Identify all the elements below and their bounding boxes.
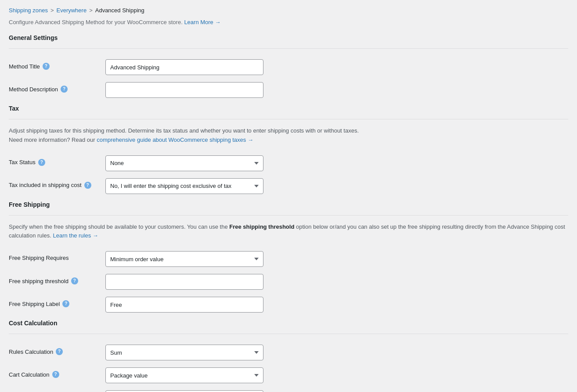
rules-calculation-field-cell: Sum Average Minimum Maximum xyxy=(105,345,568,360)
cart-calculation-row: Cart Calculation ? Package value Cart va… xyxy=(9,364,568,387)
free-shipping-threshold-field-cell xyxy=(105,274,568,290)
page-wrapper: Shipping zones > Everywhere > Advanced S… xyxy=(0,0,577,392)
free-shipping-threshold-label-cell: Free shipping threshold ? xyxy=(9,274,105,284)
maximum-cost-input[interactable] xyxy=(105,390,263,392)
cart-calculation-help-icon[interactable]: ? xyxy=(52,371,59,378)
page-subtitle: Configure Advanced Shipping Method for y… xyxy=(9,19,568,25)
tax-status-help-icon[interactable]: ? xyxy=(38,159,45,166)
general-settings-title: General Settings xyxy=(9,34,568,41)
tax-desc-line2: Need more information? Read our xyxy=(9,137,95,143)
rules-calculation-help-icon[interactable]: ? xyxy=(56,348,63,355)
breadcrumb: Shipping zones > Everywhere > Advanced S… xyxy=(9,7,568,14)
maximum-cost-label-cell: Maximum Cost ? xyxy=(9,390,105,392)
free-shipping-label-label: Free Shipping Label xyxy=(9,301,60,307)
rules-calculation-row: Rules Calculation ? Sum Average Minimum … xyxy=(9,341,568,364)
tax-description: Adjust shipping taxes for this shipping … xyxy=(9,126,568,145)
free-shipping-label-label-cell: Free Shipping Label ? xyxy=(9,297,105,307)
rules-calculation-select[interactable]: Sum Average Minimum Maximum xyxy=(105,345,263,360)
breadcrumb-shipping-zones-link[interactable]: Shipping zones xyxy=(9,7,48,14)
cost-calculation-title: Cost Calculation xyxy=(9,320,568,327)
breadcrumb-separator-1: > xyxy=(50,7,54,14)
rules-calculation-label: Rules Calculation xyxy=(9,349,53,355)
method-description-field-cell xyxy=(105,82,568,98)
method-description-help-icon[interactable]: ? xyxy=(61,86,68,93)
tax-included-label: Tax included in shipping cost xyxy=(9,182,82,188)
free-shipping-threshold-label: Free shipping threshold xyxy=(9,278,69,284)
free-shipping-label-row: Free Shipping Label ? xyxy=(9,293,568,316)
rules-calculation-label-cell: Rules Calculation ? xyxy=(9,345,105,355)
tax-included-help-icon[interactable]: ? xyxy=(84,182,91,189)
breadcrumb-separator-2: > xyxy=(89,7,93,14)
cost-calculation-section: Cost Calculation Rules Calculation ? Sum… xyxy=(9,320,568,392)
method-description-row: Method Description ? xyxy=(9,79,568,101)
free-shipping-rules-link[interactable]: Learn the rules → xyxy=(53,232,98,239)
free-shipping-desc-bold: Free shipping threshold xyxy=(229,223,294,230)
maximum-cost-field-cell xyxy=(105,390,568,392)
free-shipping-desc-text1: Specify when the free shipping should be… xyxy=(9,223,228,230)
method-title-help-icon[interactable]: ? xyxy=(43,63,50,70)
free-shipping-requires-label: Free Shipping Requires xyxy=(9,255,69,261)
free-shipping-requires-select[interactable]: Minimum order value Coupon Minimum order… xyxy=(105,251,263,267)
tax-included-label-cell: Tax included in shipping cost ? xyxy=(9,178,105,189)
cart-calculation-field-cell: Package value Cart value xyxy=(105,367,568,383)
tax-section-title: Tax xyxy=(9,105,568,112)
tax-status-field-cell: None Taxable Not Taxable xyxy=(105,155,568,171)
free-shipping-label-field-cell xyxy=(105,297,568,313)
method-title-row: Method Title ? xyxy=(9,56,568,79)
free-shipping-threshold-row: Free shipping threshold ? xyxy=(9,270,568,293)
cost-calculation-divider xyxy=(9,334,568,334)
method-description-label-cell: Method Description ? xyxy=(9,82,105,93)
method-title-label: Method Title xyxy=(9,63,40,70)
free-shipping-label-input[interactable] xyxy=(105,297,263,313)
breadcrumb-current: Advanced Shipping xyxy=(95,7,144,14)
method-description-label: Method Description xyxy=(9,86,58,93)
cart-calculation-label: Cart Calculation xyxy=(9,371,50,378)
free-shipping-requires-row: Free Shipping Requires Minimum order val… xyxy=(9,248,568,270)
free-shipping-label-help-icon[interactable]: ? xyxy=(62,300,69,307)
free-shipping-threshold-input[interactable] xyxy=(105,274,263,290)
cart-calculation-label-cell: Cart Calculation ? xyxy=(9,367,105,378)
tax-included-select[interactable]: No, I will enter the shipping cost exclu… xyxy=(105,178,263,194)
tax-section: Tax Adjust shipping taxes for this shipp… xyxy=(9,105,568,198)
tax-included-field-cell: No, I will enter the shipping cost exclu… xyxy=(105,178,568,194)
tax-desc-line1: Adjust shipping taxes for this shipping … xyxy=(9,127,359,134)
method-title-field-cell xyxy=(105,59,568,75)
method-title-input[interactable] xyxy=(105,59,263,75)
tax-status-label: Tax Status xyxy=(9,159,36,165)
free-shipping-title: Free Shipping xyxy=(9,201,568,208)
tax-status-label-cell: Tax Status ? xyxy=(9,155,105,166)
tax-status-select[interactable]: None Taxable Not Taxable xyxy=(105,155,263,171)
subtitle-text: Configure Advanced Shipping Method for y… xyxy=(9,19,183,25)
free-shipping-requires-field-cell: Minimum order value Coupon Minimum order… xyxy=(105,251,568,267)
free-shipping-description: Specify when the free shipping should be… xyxy=(9,223,568,241)
tax-guide-link[interactable]: comprehensive guide about WooCommerce sh… xyxy=(97,137,253,143)
free-shipping-divider xyxy=(9,215,568,216)
method-title-label-cell: Method Title ? xyxy=(9,59,105,70)
tax-status-row: Tax Status ? None Taxable Not Taxable xyxy=(9,152,568,175)
cart-calculation-select[interactable]: Package value Cart value xyxy=(105,367,263,383)
method-description-input[interactable] xyxy=(105,82,263,98)
free-shipping-requires-label-cell: Free Shipping Requires xyxy=(9,251,105,261)
tax-divider xyxy=(9,119,568,119)
breadcrumb-everywhere-link[interactable]: Everywhere xyxy=(57,7,87,14)
general-settings-divider xyxy=(9,48,568,49)
free-shipping-threshold-help-icon[interactable]: ? xyxy=(71,277,78,284)
general-settings-section: General Settings Method Title ? Method D… xyxy=(9,34,568,101)
maximum-cost-row: Maximum Cost ? xyxy=(9,387,568,392)
learn-more-link[interactable]: Learn More → xyxy=(184,19,220,25)
free-shipping-section: Free Shipping Specify when the free ship… xyxy=(9,201,568,316)
tax-included-row: Tax included in shipping cost ? No, I wi… xyxy=(9,175,568,198)
